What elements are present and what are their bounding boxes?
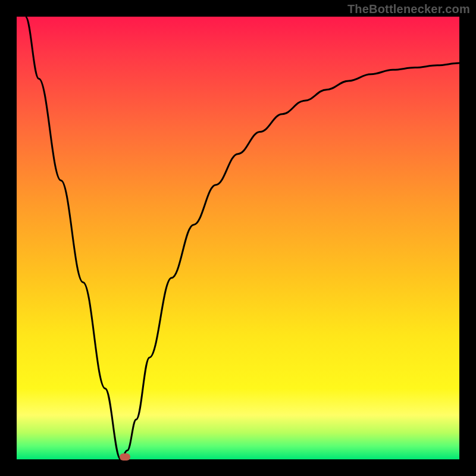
gradient-background	[17, 17, 459, 459]
bottleneck-marker	[120, 453, 130, 461]
plot-area	[17, 17, 459, 459]
chart-frame: TheBottlenecker.com	[0, 0, 476, 476]
attribution-text: TheBottlenecker.com	[347, 2, 470, 16]
